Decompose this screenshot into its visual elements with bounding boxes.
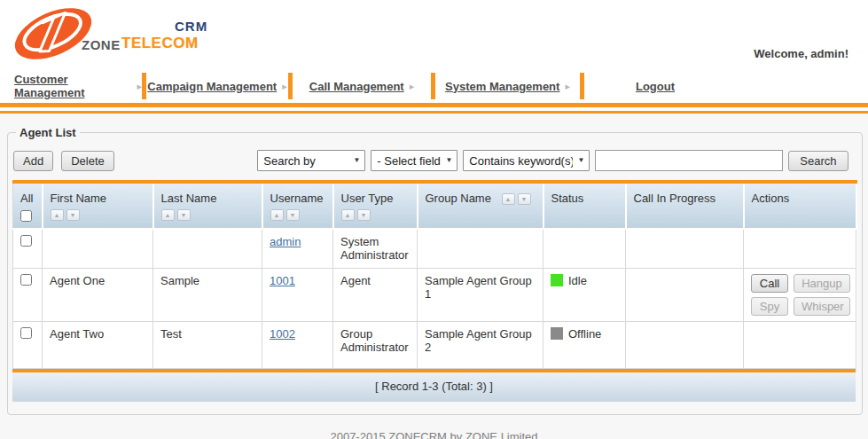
cell-checkbox [13,229,43,268]
cell-actions [744,229,856,268]
cell-actions [744,321,856,368]
cell-checkbox [13,268,43,321]
match-type-select[interactable]: Contains keyword(s) [463,150,590,171]
sort-asc-icon[interactable]: ▲ [270,209,284,221]
nav-campaign-management-label: Campaign Management [147,80,277,93]
page: ZONE TELECOM CRM Welcome, admin! Custome… [0,0,868,439]
status-idle-indicator [551,274,563,286]
sort-desc-icon[interactable]: ▼ [286,209,300,221]
nav-campaign-management[interactable]: Campaign Management ▸ [146,69,288,103]
header-all: All [13,182,43,229]
row-checkbox[interactable] [20,274,32,286]
delete-button[interactable]: Delete [61,151,114,171]
cell-call-in-progress [626,229,744,268]
sort-desc-icon[interactable]: ▼ [357,209,371,221]
whisper-button[interactable]: Whisper [794,297,850,316]
cell-first-name: Agent Two [43,321,153,368]
cell-status: Offline [543,321,626,368]
table-header-row: All First Name ▲ ▼ Last Name [13,182,856,229]
chevron-right-icon: ▸ [565,81,570,92]
agent-table: All First Name ▲ ▼ Last Name [12,180,857,369]
header-last-name: Last Name ▲ ▼ [153,182,262,229]
nav-system-management[interactable]: System Management ▸ [435,69,580,103]
content-area: Agent List Add Delete Search by - Select… [0,114,868,439]
add-button[interactable]: Add [13,151,53,171]
sort-asc-icon[interactable]: ▲ [341,209,355,221]
cell-first-name: Agent One [43,268,153,321]
record-summary-bar: [ Record 1-3 (Total: 3) ] [12,369,856,402]
cell-username: 1002 [262,321,333,368]
row-checkbox[interactable] [20,235,32,247]
header-call-in-progress: Call In Progress [626,182,744,229]
sort-asc-icon[interactable]: ▲ [502,193,515,205]
header-status: Status [543,182,626,229]
status-label: Offline [568,327,601,341]
agent-actions: Call Hangup Spy Whisper [751,274,850,316]
hangup-button[interactable]: Hangup [794,274,850,293]
nav-call-management-label: Call Management [309,80,404,93]
row-checkbox[interactable] [20,327,32,339]
cell-username: 1001 [262,268,333,321]
nav-logout-label: Logout [636,80,675,93]
header-group-name: Group Name ▲ ▼ [418,182,543,229]
sort-controls: ▲ ▼ [51,209,147,221]
select-field-select[interactable]: - Select field - [371,150,457,171]
copyright-text: 2007-2015 ZONECRM by ZONE Limited [7,430,861,439]
search-controls: Search by - Select field - Contains keyw… [257,150,856,171]
header-first-name: First Name ▲ ▼ [43,182,153,229]
cell-username: admin [262,229,333,268]
cell-actions: Call Hangup Spy Whisper [744,268,856,321]
cell-user-type: System Administrator [333,229,418,268]
agent-list-panel: Agent List Add Delete Search by - Select… [7,126,863,415]
select-all-checkbox[interactable] [20,210,32,222]
sort-controls: ▲ ▼ [161,209,256,221]
logo-zone-text: ZONE [82,37,121,52]
top-header: ZONE TELECOM CRM Welcome, admin! [0,0,868,69]
cell-last-name: Sample [153,268,262,321]
zone-telecom-logo: ZONE TELECOM CRM [7,5,255,64]
nav-customer-management[interactable]: Customer Management ▸ [0,69,142,103]
sort-desc-icon[interactable]: ▼ [177,209,191,221]
sort-controls: ▲ ▼ [341,209,411,221]
panel-title: Agent List [16,126,80,139]
sort-asc-icon[interactable]: ▲ [51,209,64,221]
spy-button[interactable]: Spy [751,297,788,316]
cell-checkbox [13,321,43,368]
cell-last-name [153,229,262,268]
username-link[interactable]: 1002 [270,327,295,341]
cell-user-type: Agent [333,268,418,321]
logo-crm-text: CRM [175,19,207,34]
toolbar: Add Delete Search by - Select field - [13,150,856,171]
nav-call-management[interactable]: Call Management ▸ [293,69,431,103]
table-row-agent-two: Agent Two Test 1002 Group Administrator … [13,321,856,368]
cell-user-type: Group Administrator [333,321,418,368]
keyword-input[interactable] [595,150,783,171]
welcome-message: Welcome, admin! [754,47,848,60]
chevron-right-icon: ▸ [282,81,287,92]
status-label: Idle [568,274,587,287]
nav-logout[interactable]: Logout [584,69,726,103]
sort-desc-icon[interactable]: ▼ [66,209,80,221]
username-link[interactable]: admin [270,235,301,248]
sort-controls: ▲ ▼ [502,193,531,205]
select-field-select-wrap: - Select field - [371,150,457,171]
cell-last-name: Test [153,321,262,368]
sort-asc-icon[interactable]: ▲ [161,209,175,221]
cell-first-name [43,229,153,268]
main-nav: Customer Management ▸ Campaign Managemen… [0,69,868,103]
header-username: Username ▲ ▼ [262,182,333,229]
sort-desc-icon[interactable]: ▼ [518,193,531,205]
cell-group-name: Sample Agent Group 2 [418,321,543,368]
username-link[interactable]: 1001 [270,274,295,287]
call-button[interactable]: Call [751,274,788,293]
table-row-admin: admin System Administrator [13,229,856,268]
search-by-select[interactable]: Search by [257,150,365,171]
match-type-select-wrap: Contains keyword(s) [463,150,590,171]
cell-call-in-progress [626,268,744,321]
zone-logo-icon [7,5,106,62]
search-button[interactable]: Search [788,151,848,171]
cell-status [543,229,626,268]
cell-group-name [418,229,543,268]
nav-system-management-label: System Management [445,80,559,93]
cell-status: Idle [543,268,626,321]
